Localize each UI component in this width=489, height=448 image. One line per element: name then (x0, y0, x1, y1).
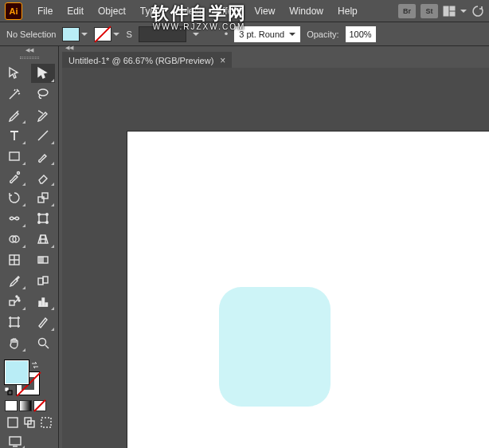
opacity-label: Opacity: (307, 29, 338, 39)
menu-edit[interactable]: Edit (60, 2, 91, 20)
slice-tool[interactable] (31, 312, 55, 332)
rectangle-tool[interactable] (2, 147, 26, 166)
sync-icon[interactable] (471, 5, 484, 18)
svg-point-9 (38, 214, 40, 215)
svg-point-20 (18, 297, 19, 299)
stock-badge[interactable]: St (421, 4, 438, 18)
curvature-tool[interactable] (31, 105, 55, 124)
menu-file[interactable]: File (30, 2, 60, 20)
eyedropper-tool[interactable] (2, 271, 26, 290)
menu-effect[interactable]: Effect (209, 2, 247, 20)
svg-rect-7 (42, 193, 48, 198)
screen-mode-row (0, 413, 58, 432)
menu-help[interactable]: Help (331, 2, 365, 20)
screen-mode-icon[interactable] (5, 434, 25, 448)
draw-mode-inside[interactable] (38, 415, 53, 430)
column-graph-tool[interactable] (31, 292, 55, 311)
svg-point-22 (16, 296, 18, 297)
svg-rect-24 (42, 298, 45, 306)
fill-caret-icon[interactable] (81, 31, 88, 37)
svg-rect-1 (450, 6, 455, 10)
svg-rect-6 (38, 197, 44, 202)
screen-mode-switch[interactable] (0, 432, 58, 448)
menu-bar: Ai File Edit Object Type Select Effect V… (0, 0, 489, 22)
gradient-color-mode[interactable] (19, 400, 32, 411)
stroke-caret-icon[interactable] (113, 31, 119, 37)
draw-mode-normal[interactable] (5, 415, 20, 430)
app-logo: Ai (5, 2, 22, 20)
menu-window[interactable]: Window (282, 2, 331, 20)
perspective-grid-tool[interactable] (31, 230, 55, 249)
svg-point-27 (39, 339, 46, 346)
stroke-weight-input[interactable] (139, 26, 186, 42)
blend-tool[interactable] (31, 271, 55, 290)
swap-fill-stroke-icon[interactable] (30, 360, 40, 370)
stroke-swatch[interactable] (94, 27, 111, 41)
hand-tool[interactable] (2, 333, 26, 352)
svg-point-12 (46, 222, 48, 223)
opacity-value[interactable]: 100% (346, 26, 376, 42)
stroke-profile-value: 3 pt. Round (239, 29, 284, 39)
tools-collapse-handle[interactable]: ◀◀ (0, 46, 58, 54)
magic-wand-tool[interactable] (2, 84, 26, 104)
menubar-right: Br St (398, 4, 484, 18)
svg-rect-4 (10, 152, 19, 160)
scale-tool[interactable] (31, 188, 55, 207)
svg-rect-18 (43, 277, 48, 283)
svg-point-5 (18, 172, 20, 175)
stroke-control[interactable] (94, 27, 119, 41)
svg-rect-30 (8, 418, 18, 427)
fill-control[interactable] (62, 27, 88, 41)
draw-mode-behind[interactable] (22, 415, 37, 430)
artboard-tool[interactable] (2, 312, 26, 332)
arrange-caret-icon[interactable] (460, 8, 467, 14)
default-fill-stroke-icon[interactable] (5, 387, 13, 395)
rounded-rectangle-shape[interactable] (219, 287, 331, 407)
gradient-tool[interactable] (31, 250, 55, 269)
solid-color-mode[interactable] (5, 400, 18, 411)
menu-object[interactable]: Object (91, 2, 133, 20)
rotate-tool[interactable] (2, 188, 26, 207)
panel-grip[interactable] (0, 54, 58, 61)
bridge-badge[interactable]: Br (398, 4, 416, 18)
artboard[interactable] (127, 132, 489, 448)
document-tab[interactable]: Untitled-1* @ 66.67% (RGB/Preview) × (62, 52, 232, 69)
svg-rect-0 (444, 6, 448, 16)
fill-swatch[interactable] (62, 27, 80, 41)
width-tool[interactable] (2, 209, 26, 228)
eraser-tool[interactable] (31, 167, 55, 187)
direct-selection-tool[interactable] (31, 64, 55, 83)
free-transform-tool[interactable] (31, 209, 55, 228)
fill-color-box[interactable] (5, 360, 29, 384)
arrange-icon[interactable] (443, 5, 456, 18)
stroke-profile-dropdown[interactable]: 3 pt. Round (234, 26, 300, 42)
menu-type[interactable]: Type (133, 2, 168, 20)
document-tab-title: Untitled-1* @ 66.67% (RGB/Preview) (68, 56, 213, 65)
pen-tool[interactable] (2, 105, 26, 124)
fill-stroke-selector[interactable] (0, 356, 58, 399)
type-tool[interactable] (2, 126, 26, 145)
selection-tool[interactable] (2, 64, 26, 83)
svg-rect-8 (39, 214, 47, 222)
svg-point-21 (18, 300, 20, 301)
svg-rect-26 (10, 318, 18, 326)
close-icon[interactable]: × (220, 55, 225, 66)
color-mode-row (0, 399, 58, 413)
stroke-weight-caret-icon[interactable] (193, 31, 199, 37)
stroke-label: S (126, 29, 131, 39)
symbol-sprayer-tool[interactable] (2, 292, 26, 311)
menu-view[interactable]: View (248, 2, 283, 20)
menu-select[interactable]: Select (168, 2, 209, 20)
line-segment-tool[interactable] (31, 126, 55, 145)
mesh-tool[interactable] (2, 250, 26, 269)
zoom-tool[interactable] (31, 333, 55, 352)
svg-point-10 (46, 214, 48, 215)
svg-rect-17 (38, 278, 43, 285)
canvas-area[interactable] (62, 68, 489, 448)
tools-panel: ◀◀ (0, 46, 59, 448)
none-color-mode[interactable] (33, 400, 46, 411)
shape-builder-tool[interactable] (2, 230, 26, 249)
paintbrush-tool[interactable] (31, 147, 55, 166)
shaper-tool[interactable] (2, 167, 26, 187)
lasso-tool[interactable] (31, 84, 55, 104)
